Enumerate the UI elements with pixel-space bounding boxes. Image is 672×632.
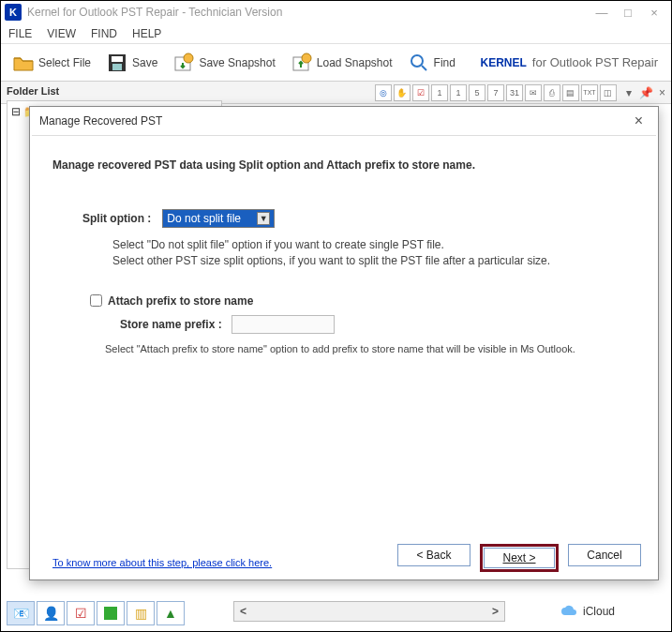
save-snapshot-icon xyxy=(172,52,195,74)
scroll-left-icon[interactable]: < xyxy=(240,605,246,618)
svg-rect-2 xyxy=(112,64,122,70)
cal1-icon[interactable]: 1 xyxy=(431,84,448,101)
view-mail-icon[interactable]: 📧 xyxy=(7,601,35,625)
find-label: Find xyxy=(434,56,455,69)
cloud-icon xyxy=(560,605,577,618)
brand-logo: KERNEL for Outlook PST Repair xyxy=(481,55,666,69)
menu-file[interactable]: FILE xyxy=(8,27,32,40)
cal5-icon[interactable]: 5 xyxy=(469,84,485,101)
pin-icon[interactable]: 📌 xyxy=(639,86,653,99)
attach-hint: Select "Attach prefix to store name" opt… xyxy=(105,343,635,354)
store-prefix-input[interactable] xyxy=(231,315,335,334)
view-up-icon[interactable]: ▲ xyxy=(157,601,185,625)
attach-prefix-checkbox[interactable] xyxy=(90,294,102,307)
view-contact-icon[interactable]: 👤 xyxy=(37,601,65,625)
cal7-icon[interactable]: 7 xyxy=(487,84,504,101)
find-button[interactable]: Find xyxy=(402,48,461,78)
toolbar-dropdown-icon[interactable]: ▾ xyxy=(626,86,632,99)
save-icon xyxy=(106,52,128,74)
split-option-value: Do not split file xyxy=(167,212,241,225)
select-file-button[interactable]: Select File xyxy=(7,48,97,78)
mail-icon[interactable]: ✉ xyxy=(525,84,542,101)
menu-bar: FILE VIEW FIND HELP xyxy=(1,23,671,44)
store-prefix-label: Store name prefix : xyxy=(120,318,222,331)
split-hint-2: Select other PST size split options, if … xyxy=(112,253,635,269)
view-notes-icon[interactable] xyxy=(97,601,125,625)
save-snapshot-button[interactable]: Save Snapshot xyxy=(167,48,280,78)
main-toolbar: Select File Save Save Snapshot Load Snap… xyxy=(1,44,671,82)
doc-icon[interactable]: ▤ xyxy=(562,84,579,101)
minimize-button[interactable]: — xyxy=(589,3,615,22)
panel-close-icon[interactable]: × xyxy=(659,86,665,99)
window-title-bar: K Kernel for Outlook PST Repair - Techni… xyxy=(1,1,671,23)
page-icon[interactable]: ◫ xyxy=(600,84,617,101)
attach-prefix-label: Attach prefix to store name xyxy=(108,294,253,308)
brand-name: KERNEL xyxy=(481,56,527,69)
menu-find[interactable]: FIND xyxy=(91,27,117,40)
load-snapshot-icon xyxy=(291,52,313,74)
back-button[interactable]: < Back xyxy=(397,544,470,566)
app-logo-icon: K xyxy=(5,4,22,21)
view-task-icon[interactable]: ☑ xyxy=(67,601,95,625)
menu-help[interactable]: HELP xyxy=(132,27,161,40)
dialog-heading: Manage recovered PST data using Split op… xyxy=(52,158,635,172)
split-hint-1: Select "Do not split file" option if you… xyxy=(112,237,635,253)
split-option-label: Split option : xyxy=(82,212,151,225)
check-icon[interactable]: ☑ xyxy=(412,84,429,101)
icloud-label: iCloud xyxy=(583,605,615,618)
folder-list-label: Folder List xyxy=(7,85,59,97)
manage-recovered-pst-dialog: Manage Recovered PST × Manage recovered … xyxy=(29,106,659,580)
search-icon xyxy=(408,52,430,74)
cal31-icon[interactable]: 31 xyxy=(506,84,523,101)
next-button-highlight: Next > xyxy=(480,544,559,572)
load-snapshot-label: Load Snapshot xyxy=(317,56,393,69)
select-file-label: Select File xyxy=(38,56,91,69)
svg-point-6 xyxy=(302,53,311,63)
cal1b-icon[interactable]: 1 xyxy=(450,84,467,101)
chevron-down-icon: ▼ xyxy=(257,212,270,225)
svg-point-4 xyxy=(184,53,193,63)
menu-view[interactable]: VIEW xyxy=(47,27,76,40)
txt-icon[interactable]: TXT xyxy=(581,84,598,101)
view-journal-icon[interactable]: ▥ xyxy=(127,601,155,625)
tree-expand-icon[interactable]: ⊟ xyxy=(11,105,21,118)
split-option-select[interactable]: Do not split file ▼ xyxy=(162,209,275,228)
save-snapshot-label: Save Snapshot xyxy=(199,56,275,69)
svg-rect-1 xyxy=(112,56,123,62)
next-button[interactable]: Next > xyxy=(484,548,555,568)
brand-suffix: for Outlook PST Repair xyxy=(532,55,658,69)
know-more-link[interactable]: To know more about this step, please cli… xyxy=(52,557,272,568)
dialog-title: Manage Recovered PST xyxy=(39,114,162,128)
bottom-view-strip: 📧 👤 ☑ ▥ ▲ xyxy=(7,601,185,625)
cancel-label: Cancel xyxy=(587,549,621,562)
close-button[interactable]: × xyxy=(641,3,667,22)
svg-point-7 xyxy=(411,55,423,67)
scroll-right-icon[interactable]: > xyxy=(492,605,499,618)
back-label: < Back xyxy=(416,549,451,562)
dialog-close-button[interactable]: × xyxy=(629,113,649,129)
globe-icon[interactable]: ◎ xyxy=(375,84,392,101)
preview-scrollbar[interactable]: < > xyxy=(233,601,505,622)
folder-open-icon xyxy=(12,52,35,74)
save-label: Save xyxy=(132,56,157,69)
next-label: Next > xyxy=(502,551,535,564)
maximize-button[interactable]: □ xyxy=(615,3,641,22)
save-button[interactable]: Save xyxy=(100,48,163,78)
icloud-item[interactable]: iCloud xyxy=(560,605,615,618)
window-title: Kernel for Outlook PST Repair - Technici… xyxy=(27,6,282,19)
hand-icon[interactable]: ✋ xyxy=(394,84,411,101)
load-snapshot-button[interactable]: Load Snapshot xyxy=(285,48,398,78)
cancel-button[interactable]: Cancel xyxy=(568,544,641,566)
print-icon[interactable]: ⎙ xyxy=(544,84,560,101)
